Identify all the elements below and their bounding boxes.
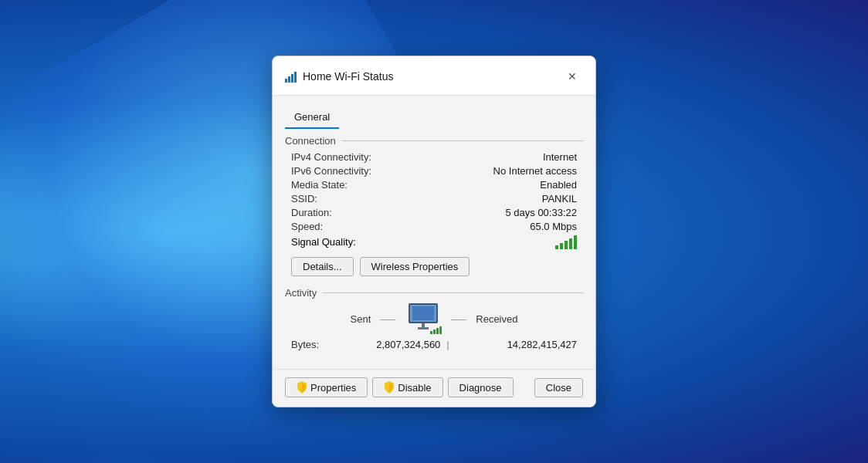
- close-button[interactable]: Close: [534, 378, 583, 397]
- disable-button[interactable]: Disable: [372, 377, 442, 397]
- bytes-row: Bytes: 2,807,324,560 | 14,282,415,427: [291, 337, 577, 352]
- activity-section-header: Activity: [285, 287, 583, 299]
- speed-value: 65.0 Mbps: [387, 221, 577, 232]
- received-label: Received: [476, 313, 517, 325]
- ipv4-value: Internet: [387, 151, 577, 163]
- diagnose-button[interactable]: Diagnose: [448, 377, 514, 397]
- bytes-received-value: 14,282,415,427: [456, 339, 577, 350]
- bottom-area: Properties Disable Diagnose Close: [273, 369, 595, 407]
- wireless-properties-button[interactable]: Wireless Properties: [360, 257, 470, 276]
- bytes-label: Bytes:: [291, 339, 319, 350]
- duration-value: 5 days 00:33:22: [387, 207, 577, 218]
- signal-quality-bars: [555, 234, 577, 249]
- mini-signal-bars: [430, 326, 442, 334]
- activity-network-row: Sent ——: [291, 303, 577, 334]
- dialog-title: Home Wi-Fi Status: [303, 70, 393, 83]
- properties-button[interactable]: Properties: [285, 377, 368, 397]
- signal-quality-row: Signal Quality:: [285, 232, 583, 251]
- signal-quality-label: Signal Quality:: [291, 236, 356, 248]
- speed-label: Speed:: [291, 221, 387, 232]
- ssid-label: SSID:: [291, 193, 387, 204]
- monitor-base: [418, 327, 429, 330]
- dialog-content: General Connection IPv4 Connectivity: In…: [273, 96, 595, 369]
- connection-section: Connection IPv4 Connectivity: Internet I…: [285, 135, 583, 279]
- ipv6-label: IPv6 Connectivity:: [291, 165, 387, 177]
- wifi-signal-title-icon: [285, 70, 297, 83]
- bottom-buttons-left: Properties Disable Diagnose: [285, 377, 514, 397]
- tab-bar: General: [285, 103, 583, 129]
- media-value: Enabled: [387, 179, 577, 191]
- shield-icon-properties: [297, 381, 307, 394]
- shield-icon-disable: [384, 381, 395, 394]
- wifi-status-dialog: Home Wi-Fi Status ✕ General Connection I…: [272, 56, 596, 407]
- bytes-sent-value: 2,807,324,560: [319, 339, 440, 350]
- activity-section: Activity Sent ——: [285, 287, 583, 352]
- tab-general[interactable]: General: [285, 108, 339, 129]
- monitor-screen: [412, 306, 434, 320]
- details-button[interactable]: Details...: [291, 257, 354, 276]
- ipv4-label: IPv4 Connectivity:: [291, 151, 387, 163]
- ssid-value: PANKIL: [387, 193, 577, 204]
- bottom-row: Properties Disable Diagnose Close: [285, 377, 583, 397]
- sent-label: Sent: [351, 313, 371, 325]
- duration-label: Duration:: [291, 207, 387, 218]
- media-label: Media State:: [291, 179, 387, 191]
- close-title-button[interactable]: ✕: [561, 66, 583, 87]
- connection-info-grid: IPv4 Connectivity: Internet IPv6 Connect…: [285, 151, 583, 232]
- network-computer-icon: [405, 303, 442, 334]
- title-bar-left: Home Wi-Fi Status: [285, 70, 393, 83]
- connection-section-header: Connection: [285, 135, 583, 147]
- ipv6-value: No Internet access: [387, 165, 577, 177]
- activity-area: Sent ——: [285, 303, 583, 352]
- title-bar: Home Wi-Fi Status ✕: [273, 56, 595, 96]
- connection-buttons: Details... Wireless Properties: [285, 251, 583, 279]
- bytes-separator: |: [440, 339, 455, 350]
- monitor-shape: [409, 303, 438, 323]
